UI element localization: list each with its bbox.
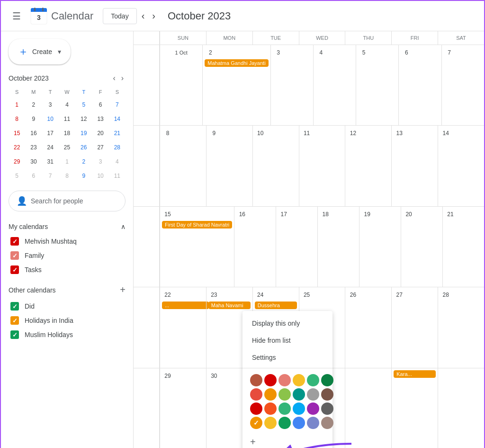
calendar-checkbox-holidays-india[interactable] — [10, 316, 19, 325]
mini-cal-prev[interactable]: ‹ — [111, 72, 117, 84]
day-number[interactable]: 17 — [278, 209, 289, 220]
cal-day-oct4[interactable]: 4 — [313, 45, 356, 125]
mini-cal-day[interactable]: 11 — [60, 112, 73, 126]
cal-day-oct28[interactable]: 28 — [438, 287, 484, 367]
mini-cal-day[interactable]: 17 — [44, 127, 57, 140]
calendar-checkbox-tasks[interactable] — [10, 265, 19, 274]
mini-cal-day[interactable]: 9 — [77, 169, 90, 183]
mini-cal-day[interactable]: 23 — [27, 141, 40, 154]
mini-cal-day[interactable]: 1 — [10, 98, 24, 111]
color-r4c4[interactable] — [293, 417, 305, 429]
event-gandhi[interactable]: Mahatma Gandhi Jayanti — [205, 59, 268, 67]
day-number[interactable]: 25 — [301, 289, 313, 301]
mini-cal-day[interactable]: 5 — [10, 169, 24, 183]
cal-day-nov4[interactable] — [438, 368, 484, 448]
mini-cal-day[interactable]: 3 — [94, 155, 107, 168]
mini-cal-day[interactable]: 7 — [44, 169, 57, 183]
color-r4c1-selected[interactable] — [250, 417, 262, 429]
calendar-item-mehvish[interactable]: Mehvish Mushtaq — [9, 234, 126, 248]
day-number[interactable]: 12 — [347, 128, 359, 139]
my-calendars-header[interactable]: My calendars ∧ — [9, 219, 126, 234]
cal-day-nov2[interactable] — [345, 368, 391, 448]
cal-day-oct2[interactable]: 2 Mahatma Gandhi Jayanti — [202, 45, 270, 125]
other-calendars-header[interactable]: Other calendars + — [9, 281, 126, 299]
day-number[interactable]: 18 — [320, 209, 331, 220]
color-r3c3[interactable] — [278, 402, 291, 415]
mini-cal-day[interactable]: 14 — [110, 112, 124, 126]
menu-icon[interactable]: ☰ — [9, 7, 25, 26]
cal-day-oct12[interactable]: 12 — [345, 126, 391, 206]
color-r4c2[interactable] — [264, 417, 277, 429]
mini-cal-day[interactable]: 10 — [44, 112, 57, 126]
mini-cal-day[interactable]: 15 — [10, 127, 24, 140]
cal-day-oct1[interactable]: 1 Oct — [160, 45, 202, 125]
mini-cal-day[interactable]: 4 — [60, 98, 73, 111]
day-number[interactable]: 2 — [205, 47, 216, 58]
day-number[interactable]: 16 — [236, 209, 248, 220]
day-number[interactable]: 6 — [401, 47, 412, 58]
color-tomato[interactable] — [250, 374, 262, 386]
color-r3c5[interactable] — [307, 402, 319, 415]
cal-day-oct14[interactable]: 14 — [438, 126, 484, 206]
event-kara[interactable]: Kara... — [394, 370, 436, 378]
cal-day-oct15[interactable]: 15 First Day of Sharad Navratri — [160, 207, 234, 287]
cal-day-oct20[interactable]: 20 — [401, 207, 442, 287]
day-number[interactable]: 7 — [444, 47, 455, 58]
mini-cal-day[interactable]: 7 — [110, 98, 124, 111]
event-dussehra[interactable]: Dussehra — [255, 302, 297, 309]
mini-cal-day[interactable]: 5 — [77, 98, 90, 111]
cal-day-oct10[interactable]: 10 — [252, 126, 299, 206]
mini-cal-day[interactable]: 4 — [110, 155, 124, 168]
day-number[interactable]: 15 — [162, 209, 173, 220]
mini-cal-day[interactable]: 31 — [44, 155, 57, 168]
day-number[interactable]: 9 — [208, 128, 220, 139]
mini-cal-day[interactable]: 2 — [27, 98, 40, 111]
color-extra-1[interactable] — [321, 388, 333, 401]
mini-cal-day[interactable]: 9 — [27, 112, 40, 126]
calendar-checkbox-muslim-holidays[interactable] — [10, 330, 19, 339]
mini-cal-day[interactable]: 6 — [94, 98, 107, 111]
color-sage[interactable] — [307, 374, 319, 386]
mini-cal-day[interactable]: 25 — [60, 141, 73, 154]
day-number[interactable]: 20 — [403, 209, 414, 220]
cal-day-oct27[interactable]: 27 — [391, 287, 438, 367]
day-number[interactable]: 14 — [440, 128, 451, 139]
mini-cal-day[interactable]: 21 — [110, 127, 124, 140]
cal-day-oct17[interactable]: 17 — [276, 207, 317, 287]
cal-day-nov3[interactable]: Kara... — [391, 368, 438, 448]
day-number[interactable]: 4 — [315, 47, 327, 58]
day-number[interactable]: 27 — [394, 289, 405, 301]
day-number[interactable]: 21 — [445, 209, 456, 220]
cal-day-oct5[interactable]: 5 — [356, 45, 398, 125]
day-number[interactable]: 28 — [440, 289, 451, 301]
mini-cal-day[interactable]: 10 — [94, 169, 107, 183]
mini-cal-next[interactable]: › — [119, 72, 126, 84]
mini-cal-day[interactable]: 19 — [77, 127, 90, 140]
cal-day-oct9[interactable]: 9 — [206, 126, 252, 206]
mini-cal-day[interactable]: 26 — [77, 141, 90, 154]
color-grape[interactable] — [293, 388, 305, 401]
calendar-item-tasks[interactable]: Tasks — [9, 263, 126, 277]
color-r3c6[interactable] — [321, 402, 333, 415]
mini-cal-day[interactable]: 13 — [94, 112, 107, 126]
color-r4c5[interactable] — [307, 417, 319, 429]
cal-day-oct3[interactable]: 3 — [270, 45, 313, 125]
mini-cal-day[interactable]: 28 — [110, 141, 124, 154]
mini-cal-day[interactable]: 12 — [77, 112, 90, 126]
cal-day-oct22[interactable]: 22 ... — [160, 287, 206, 367]
cal-day-oct29[interactable]: 29 — [160, 368, 206, 448]
day-number[interactable]: 26 — [347, 289, 359, 301]
color-r4c3[interactable] — [278, 417, 291, 429]
day-number[interactable]: 5 — [358, 47, 369, 58]
event-maha-navami[interactable]: Maha Navami — [208, 302, 251, 309]
mini-cal-day[interactable]: 11 — [110, 169, 124, 183]
mini-cal-day[interactable]: 18 — [60, 127, 73, 140]
cal-day-oct19[interactable]: 19 — [359, 207, 401, 287]
calendar-checkbox-did[interactable] — [10, 302, 19, 311]
prev-button[interactable]: ‹ — [139, 8, 148, 24]
calendar-item-muslim-holidays[interactable]: Muslim Holidays — [9, 328, 126, 342]
mini-cal-day[interactable]: 24 — [44, 141, 57, 154]
day-number[interactable]: 22 — [162, 289, 173, 301]
cal-day-oct8[interactable]: 8 — [160, 126, 206, 206]
color-r3c1[interactable] — [250, 402, 262, 415]
